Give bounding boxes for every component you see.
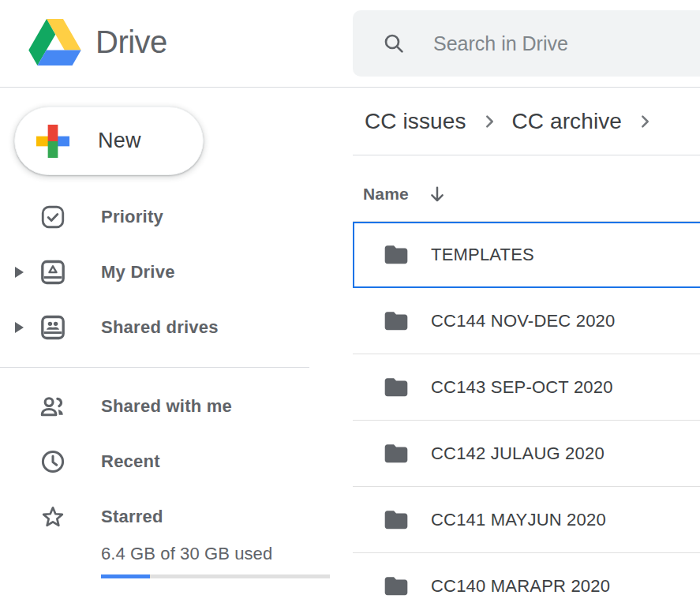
folder-icon bbox=[383, 574, 410, 598]
name-column-header[interactable]: Name bbox=[363, 175, 448, 213]
folder-row[interactable]: TEMPLATES bbox=[353, 222, 700, 288]
sidebar-item-shared-with-me[interactable]: Shared with me bbox=[0, 379, 331, 434]
storage-usage-text: 6.4 GB of 30 GB used bbox=[101, 544, 272, 564]
content-divider bbox=[353, 155, 700, 155]
folder-icon bbox=[383, 376, 410, 399]
folder-row[interactable]: CC143 SEP-OCT 2020 bbox=[353, 354, 700, 421]
folder-icon bbox=[383, 508, 410, 532]
new-button[interactable]: New bbox=[14, 107, 204, 175]
plus-icon bbox=[36, 124, 70, 159]
chevron-right-icon bbox=[480, 112, 499, 131]
folder-icon bbox=[383, 442, 410, 466]
folder-row[interactable]: CC141 MAYJUN 2020 bbox=[353, 487, 700, 553]
search-bar[interactable] bbox=[353, 10, 700, 77]
storage-progress-fill bbox=[101, 574, 150, 578]
sidebar-item-priority[interactable]: Priority bbox=[0, 189, 331, 245]
recent-icon bbox=[38, 447, 68, 477]
sidebar-item-label: Shared drives bbox=[101, 317, 219, 338]
storage-progress-bar bbox=[101, 574, 330, 578]
shared-drives-icon bbox=[38, 312, 68, 342]
search-input[interactable] bbox=[432, 32, 700, 56]
breadcrumb-item-cc-archive[interactable]: CC archive bbox=[511, 109, 623, 134]
chevron-right-icon bbox=[635, 112, 654, 131]
sidebar-item-recent[interactable]: Recent bbox=[0, 434, 331, 489]
sidebar-item-label: Recent bbox=[101, 451, 160, 472]
folder-row[interactable]: CC142 JULAUG 2020 bbox=[353, 421, 700, 487]
folder-icon bbox=[383, 309, 410, 333]
sidebar-item-label: Priority bbox=[101, 207, 163, 227]
search-icon[interactable] bbox=[381, 31, 406, 56]
folder-name: CC143 SEP-OCT 2020 bbox=[431, 377, 613, 398]
sidebar-divider bbox=[0, 367, 309, 368]
app-title: Drive bbox=[95, 24, 167, 60]
folder-row[interactable]: CC140 MARAPR 2020 bbox=[353, 553, 700, 610]
name-column-label: Name bbox=[363, 185, 409, 204]
new-button-label: New bbox=[98, 129, 141, 153]
priority-icon bbox=[38, 202, 68, 232]
expand-arrow-icon[interactable] bbox=[15, 322, 24, 333]
sidebar-item-shared-drives[interactable]: Shared drives bbox=[0, 300, 331, 355]
folder-name: TEMPLATES bbox=[431, 245, 534, 265]
folder-icon bbox=[383, 243, 410, 267]
folder-row[interactable]: CC144 NOV-DEC 2020 bbox=[353, 288, 700, 354]
storage-indicator[interactable]: 6.4 GB of 30 GB used bbox=[0, 536, 331, 591]
sidebar: New Priority My Drive bbox=[0, 88, 353, 610]
sidebar-item-my-drive[interactable]: My Drive bbox=[0, 245, 331, 300]
app-header: Drive bbox=[0, 0, 700, 88]
drive-triangle-icon bbox=[28, 19, 81, 65]
google-drive-app: Drive New bbox=[0, 0, 700, 610]
breadcrumb-item-cc-issues[interactable]: CC issues bbox=[363, 109, 468, 134]
expand-arrow-icon[interactable] bbox=[15, 267, 24, 278]
breadcrumb: CC issues CC archive bbox=[353, 88, 700, 155]
sidebar-item-label: My Drive bbox=[101, 262, 175, 283]
folder-name: CC141 MAYJUN 2020 bbox=[431, 510, 606, 530]
sort-descending-icon bbox=[426, 183, 448, 205]
folder-name: CC144 NOV-DEC 2020 bbox=[431, 311, 615, 331]
sidebar-item-label: Starred bbox=[101, 507, 163, 527]
sidebar-item-label: Shared with me bbox=[101, 396, 232, 417]
shared-with-me-icon bbox=[38, 391, 68, 421]
starred-icon bbox=[38, 502, 68, 532]
folder-name: CC140 MARAPR 2020 bbox=[431, 576, 610, 597]
drive-logo[interactable]: Drive bbox=[28, 19, 167, 65]
file-list: TEMPLATES CC144 NOV-DEC 2020 CC143 SEP-O… bbox=[353, 221, 700, 610]
folder-name: CC142 JULAUG 2020 bbox=[431, 443, 605, 464]
my-drive-icon bbox=[38, 257, 68, 287]
